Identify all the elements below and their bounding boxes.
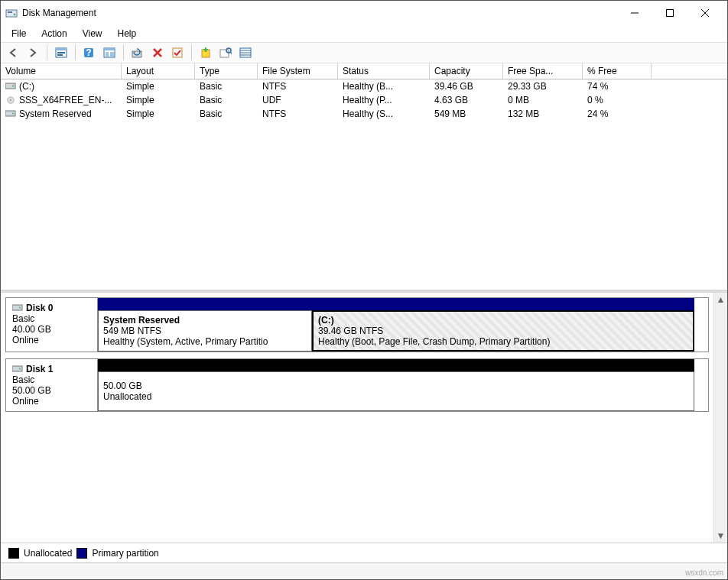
disk-type: Basic [12, 374, 91, 385]
partition-box[interactable]: (C:)39.46 GB NTFSHealthy (Boot, Page Fil… [312, 310, 694, 352]
legend-bar: Unallocated Primary partition [1, 543, 727, 562]
disk-graphic-pane: Disk 0Basic40.00 GBOnlineSystem Reserved… [1, 293, 727, 543]
disk-graphic-inner[interactable]: Disk 0Basic40.00 GBOnlineSystem Reserved… [1, 293, 713, 543]
window-title: Disk Management [22, 8, 617, 18]
col-volume[interactable]: Volume [1, 63, 122, 79]
forward-button[interactable] [24, 44, 42, 61]
volume-name: (C:) [1, 79, 122, 93]
svg-point-36 [19, 368, 21, 370]
menubar: File Action View Help [1, 25, 727, 42]
app-icon [5, 7, 18, 19]
partition-title: System Reserved [103, 315, 307, 326]
titlebar: Disk Management [1, 1, 727, 25]
toolbar: ? [1, 42, 727, 63]
svg-rect-4 [667, 10, 674, 17]
disk-state: Online [12, 396, 91, 407]
disk-management-window: Disk Management File Action View Help ? … [0, 0, 728, 580]
toolbar-separator [123, 45, 124, 60]
col-free[interactable]: Free Spa... [503, 63, 583, 79]
partition-status: Healthy (Boot, Page File, Crash Dump, Pr… [318, 336, 688, 347]
partition-size: 549 MB NTFS [103, 326, 307, 336]
volume-fs: UDF [258, 93, 338, 107]
svg-rect-14 [104, 48, 115, 50]
disk-info[interactable]: Disk 1Basic50.00 GBOnline [6, 359, 98, 411]
volume-list-pane[interactable]: Volume Layout Type File System Status Ca… [1, 63, 727, 293]
volume-list-header: Volume Layout Type File System Status Ca… [1, 63, 727, 79]
svg-line-22 [230, 52, 232, 53]
volume-row[interactable]: (C:)SimpleBasicNTFSHealthy (B...39.46 GB… [1, 79, 727, 93]
legend-primary-swatch [76, 548, 87, 559]
scroll-track[interactable] [714, 306, 727, 529]
disk-info[interactable]: Disk 0Basic40.00 GBOnline [6, 298, 98, 352]
svg-rect-33 [12, 305, 22, 310]
col-type[interactable]: Type [195, 63, 258, 79]
properties-button[interactable] [216, 44, 235, 61]
volume-row[interactable]: System ReservedSimpleBasicNTFSHealthy (S… [1, 107, 727, 121]
menu-action[interactable]: Action [35, 27, 73, 41]
volume-type: Basic [195, 93, 258, 107]
list-view-button[interactable] [236, 44, 255, 61]
svg-rect-20 [220, 50, 229, 57]
partition-status: Healthy (System, Active, Primary Partiti… [103, 336, 307, 347]
disk-row: Disk 0Basic40.00 GBOnlineSystem Reserved… [5, 297, 709, 352]
partition-size: 39.46 GB NTFS [318, 326, 688, 336]
legend-primary-label: Primary partition [92, 548, 158, 559]
menu-help[interactable]: Help [112, 27, 143, 41]
minimize-button[interactable] [617, 2, 652, 24]
volume-fs: NTFS [258, 107, 338, 121]
col-capacity[interactable]: Capacity [430, 63, 503, 79]
volume-pct: 24 % [583, 107, 652, 121]
svg-rect-27 [5, 83, 15, 89]
legend-unallocated-swatch [8, 548, 19, 559]
disk-row: Disk 1Basic50.00 GBOnline50.00 GBUnalloc… [5, 358, 709, 412]
help-button[interactable]: ? [80, 44, 99, 61]
apply-button[interactable] [168, 44, 187, 61]
volume-layout: Simple [122, 107, 195, 121]
menu-file[interactable]: File [5, 27, 32, 41]
wizard-button[interactable] [197, 44, 215, 61]
svg-point-2 [14, 14, 16, 16]
volume-layout: Simple [122, 79, 195, 93]
toolbar-separator [47, 45, 47, 60]
col-status[interactable]: Status [338, 63, 430, 79]
volume-pct: 74 % [583, 79, 652, 93]
show-hide-console-tree-button[interactable] [52, 44, 70, 61]
volume-type: Basic [195, 107, 258, 121]
volume-name: SSS_X64FREE_EN-... [1, 93, 122, 107]
volume-name: System Reserved [1, 107, 122, 121]
col-fs[interactable]: File System [258, 63, 338, 79]
volume-capacity: 549 MB [430, 107, 503, 121]
svg-text:?: ? [86, 47, 91, 58]
svg-rect-18 [173, 48, 182, 57]
menu-view[interactable]: View [76, 27, 109, 41]
svg-rect-1 [8, 11, 12, 13]
volume-status: Healthy (B... [338, 79, 430, 93]
col-layout[interactable]: Layout [122, 63, 195, 79]
disk-state: Online [12, 335, 91, 345]
vertical-scrollbar[interactable]: ▲ ▼ [713, 293, 727, 543]
volume-capacity: 39.46 GB [430, 79, 503, 93]
disk-name: Disk 1 [26, 364, 53, 374]
legend-unallocated-label: Unallocated [24, 548, 72, 559]
svg-rect-31 [5, 111, 15, 116]
close-button[interactable] [687, 2, 723, 24]
svg-rect-8 [56, 48, 67, 50]
svg-rect-0 [6, 10, 17, 17]
settings-button[interactable] [100, 44, 119, 61]
delete-button[interactable] [148, 44, 167, 61]
volume-row[interactable]: SSS_X64FREE_EN-...SimpleBasicUDFHealthy … [1, 93, 727, 107]
refresh-button[interactable] [128, 44, 147, 61]
partition-status: Unallocated [103, 391, 689, 402]
disk-size: 50.00 GB [12, 385, 91, 396]
partition-box[interactable]: 50.00 GBUnallocated [98, 371, 694, 411]
disk-color-stripe [98, 359, 708, 371]
volume-pct: 0 % [583, 93, 652, 107]
disk-name: Disk 0 [26, 303, 53, 313]
partition-box[interactable]: System Reserved549 MB NTFSHealthy (Syste… [98, 310, 312, 352]
maximize-button[interactable] [652, 2, 687, 24]
scroll-up-icon[interactable]: ▲ [714, 293, 727, 306]
svg-rect-10 [57, 54, 63, 56]
back-button[interactable] [4, 44, 22, 61]
col-pct[interactable]: % Free [583, 63, 652, 79]
scroll-down-icon[interactable]: ▼ [714, 529, 727, 543]
